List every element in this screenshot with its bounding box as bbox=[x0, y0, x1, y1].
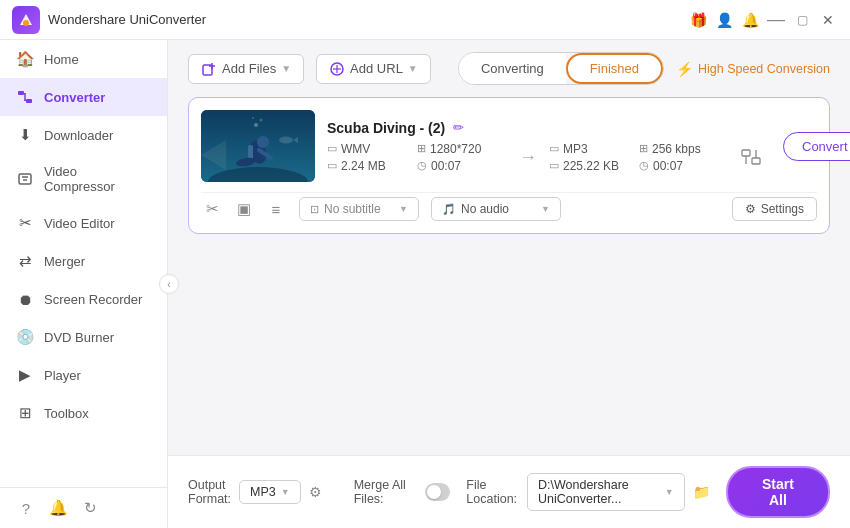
output-format-select[interactable]: MP3 ▼ bbox=[239, 480, 301, 504]
tab-converting[interactable]: Converting bbox=[459, 53, 566, 84]
sidebar-item-screen-recorder[interactable]: ⏺ Screen Recorder bbox=[0, 280, 167, 318]
sidebar-item-toolbox[interactable]: ⊞ Toolbox bbox=[0, 394, 167, 432]
target-format-item: ▭ MP3 bbox=[549, 142, 639, 156]
tab-group: Converting Finished bbox=[458, 52, 664, 85]
target-duration: 00:07 bbox=[653, 159, 683, 173]
bell-icon[interactable]: 🔔 bbox=[740, 10, 760, 30]
titlebar-controls: 🎁 👤 🔔 — ▢ ✕ bbox=[688, 10, 838, 30]
subtitle-label: No subtitle bbox=[324, 202, 381, 216]
add-url-button[interactable]: Add URL ▼ bbox=[316, 54, 431, 84]
user-icon[interactable]: 👤 bbox=[714, 10, 734, 30]
sidebar-bottom: ? 🔔 ↻ bbox=[0, 487, 167, 528]
output-format-label: Output Format: bbox=[188, 478, 231, 506]
target-duration-icon: ◷ bbox=[639, 159, 649, 172]
app-logo bbox=[12, 6, 40, 34]
file-location-value: D:\Wondershare UniConverter... bbox=[538, 478, 660, 506]
menu-icon[interactable]: ≡ bbox=[265, 198, 287, 220]
duration-icon: ◷ bbox=[417, 159, 427, 172]
file-area: Scuba Diving - (2) ✏ ▭ WMV bbox=[168, 97, 850, 455]
source-meta-2: ⊞ 1280*720 ◷ 00:07 bbox=[417, 142, 507, 173]
maximize-icon[interactable]: ▢ bbox=[792, 10, 812, 30]
sidebar-item-downloader[interactable]: ⬇ Downloader bbox=[0, 116, 167, 154]
output-settings-icon[interactable]: ⚙ bbox=[309, 484, 322, 500]
help-icon[interactable]: ? bbox=[16, 498, 36, 518]
target-bitrate-item: ⊞ 256 kbps bbox=[639, 142, 729, 156]
sidebar-item-video-editor[interactable]: ✂ Video Editor bbox=[0, 204, 167, 242]
svg-rect-2 bbox=[18, 91, 24, 95]
edit-title-icon[interactable]: ✏ bbox=[453, 120, 464, 135]
file-card-bottom: ✂ ▣ ≡ ⊡ No subtitle ▼ 🎵 No audio ▼ bbox=[201, 192, 817, 221]
collapse-sidebar-button[interactable]: ‹ bbox=[159, 274, 179, 294]
settings-gear-icon[interactable] bbox=[739, 145, 763, 169]
sidebar-label-editor: Video Editor bbox=[44, 216, 115, 231]
bottom-bar: Output Format: MP3 ▼ ⚙ Merge All Files: … bbox=[168, 455, 850, 528]
convert-col: Convert bbox=[783, 132, 850, 161]
target-bitrate: 256 kbps bbox=[652, 142, 701, 156]
sidebar-item-home[interactable]: 🏠 Home bbox=[0, 40, 167, 78]
tab-finished[interactable]: Finished bbox=[566, 53, 663, 84]
lightning-icon: ⚡ bbox=[676, 61, 693, 77]
svg-rect-20 bbox=[248, 145, 253, 159]
main-layout: 🏠 Home Converter ⬇ Downloader bbox=[0, 40, 850, 528]
file-card: Scuba Diving - (2) ✏ ▭ WMV bbox=[188, 97, 830, 234]
convert-settings-icons bbox=[739, 145, 763, 169]
target-size: 225.22 KB bbox=[563, 159, 619, 173]
svg-point-15 bbox=[254, 123, 258, 127]
feedback-icon[interactable]: ↻ bbox=[80, 498, 100, 518]
output-format-field: Output Format: MP3 ▼ ⚙ bbox=[188, 478, 322, 506]
notification-icon[interactable]: 🔔 bbox=[48, 498, 68, 518]
dvd-icon: 💿 bbox=[16, 328, 34, 346]
convert-button[interactable]: Convert bbox=[783, 132, 850, 161]
minimize-icon[interactable]: — bbox=[766, 10, 786, 30]
audio-label: No audio bbox=[461, 202, 509, 216]
file-meta-grid: ▭ WMV ▭ 2.24 MB ⊞ bbox=[327, 142, 763, 173]
sidebar-label-compressor: Video Compressor bbox=[44, 164, 151, 194]
target-meta-2: ⊞ 256 kbps ◷ 00:07 bbox=[639, 142, 729, 173]
audio-select[interactable]: 🎵 No audio ▼ bbox=[431, 197, 561, 221]
svg-point-16 bbox=[260, 119, 263, 122]
toolbar: Add Files ▼ Add URL ▼ Converting Finishe… bbox=[168, 40, 850, 97]
merge-toggle-switch[interactable] bbox=[425, 483, 450, 501]
audio-wave-icon: 🎵 bbox=[442, 203, 456, 216]
sidebar-item-video-compressor[interactable]: Video Compressor bbox=[0, 154, 167, 204]
cut-icon[interactable]: ✂ bbox=[201, 198, 223, 220]
file-location-select[interactable]: D:\Wondershare UniConverter... ▼ bbox=[527, 473, 685, 511]
home-icon: 🏠 bbox=[16, 50, 34, 68]
subtitle-select[interactable]: ⊡ No subtitle ▼ bbox=[299, 197, 419, 221]
settings-icon: ⚙ bbox=[745, 202, 756, 216]
file-title: Scuba Diving - (2) bbox=[327, 120, 445, 136]
sidebar-item-dvd-burner[interactable]: 💿 DVD Burner bbox=[0, 318, 167, 356]
sidebar-item-player[interactable]: ▶ Player bbox=[0, 356, 167, 394]
sidebar-item-merger[interactable]: ⇄ Merger bbox=[0, 242, 167, 280]
file-card-top: Scuba Diving - (2) ✏ ▭ WMV bbox=[201, 110, 817, 182]
add-files-dropdown-icon: ▼ bbox=[281, 63, 291, 74]
file-thumbnail bbox=[201, 110, 315, 182]
settings-button[interactable]: ⚙ Settings bbox=[732, 197, 817, 221]
start-all-button[interactable]: Start All bbox=[726, 466, 830, 518]
sidebar-label-toolbox: Toolbox bbox=[44, 406, 89, 421]
toggle-knob bbox=[427, 485, 441, 499]
svg-rect-5 bbox=[19, 174, 31, 184]
target-duration-item: ◷ 00:07 bbox=[639, 159, 729, 173]
subtitle-dropdown-icon: ▼ bbox=[399, 204, 408, 214]
output-format-dropdown-icon: ▼ bbox=[281, 487, 290, 497]
close-icon[interactable]: ✕ bbox=[818, 10, 838, 30]
audio-dropdown-icon: ▼ bbox=[541, 204, 550, 214]
gift-icon[interactable]: 🎁 bbox=[688, 10, 708, 30]
sidebar-item-converter[interactable]: Converter bbox=[0, 78, 167, 116]
arrow-icon: → bbox=[519, 147, 537, 168]
folder-icon[interactable]: 📁 bbox=[693, 484, 710, 500]
size-icon: ▭ bbox=[327, 159, 337, 172]
source-duration-item: ◷ 00:07 bbox=[417, 159, 507, 173]
svg-point-1 bbox=[23, 20, 29, 26]
merge-files-field: Merge All Files: bbox=[354, 478, 451, 506]
sidebar-label-merger: Merger bbox=[44, 254, 85, 269]
add-files-button[interactable]: Add Files ▼ bbox=[188, 54, 304, 84]
high-speed-conversion[interactable]: ⚡ High Speed Conversion bbox=[676, 61, 830, 77]
svg-point-24 bbox=[279, 137, 293, 144]
crop-icon[interactable]: ▣ bbox=[233, 198, 255, 220]
source-resolution-item: ⊞ 1280*720 bbox=[417, 142, 507, 156]
target-format: MP3 bbox=[563, 142, 588, 156]
source-duration: 00:07 bbox=[431, 159, 461, 173]
source-meta: ▭ WMV ▭ 2.24 MB bbox=[327, 142, 417, 173]
